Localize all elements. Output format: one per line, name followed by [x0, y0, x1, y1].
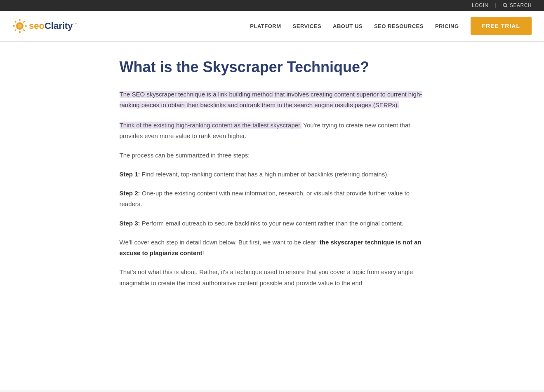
article-content: What is the Skyscraper Technique? The SE… — [107, 42, 437, 322]
free-trial-button[interactable]: FREE TRIAL — [471, 17, 532, 35]
nav-link-seo-resources[interactable]: SEO RESOURCES — [374, 23, 424, 29]
svg-rect-8 — [25, 26, 27, 27]
logo[interactable]: seoClarity™ — [12, 19, 77, 33]
svg-rect-11 — [14, 29, 17, 31]
svg-point-0 — [503, 3, 506, 7]
para-last: That's not what this is about. Rather, i… — [120, 267, 425, 289]
step1-para: Step 1: Find relevant, top-ranking conte… — [120, 169, 425, 180]
step1-label: Step 1: — [120, 171, 140, 178]
svg-rect-10 — [19, 31, 21, 33]
intro-highlighted: The SEO skyscraper technique is a link b… — [120, 91, 422, 108]
logo-seo: seo — [29, 21, 45, 31]
nav-link-services[interactable]: SERVICES — [293, 23, 322, 29]
logo-tm: ™ — [73, 22, 77, 26]
svg-rect-12 — [13, 26, 15, 27]
article-para-2: Think of the existing high-ranking conte… — [120, 120, 425, 142]
search-icon — [503, 3, 508, 8]
para-clear-start: We'll cover each step in detail down bel… — [120, 239, 320, 246]
divider: | — [495, 2, 496, 8]
search-label: SEARCH — [510, 2, 532, 8]
step3-label: Step 3: — [120, 220, 140, 227]
login-link[interactable]: LOGIN — [472, 2, 488, 8]
svg-point-14 — [18, 24, 22, 28]
step1-text: Find relevant, top-ranking content that … — [140, 171, 389, 178]
svg-line-1 — [506, 6, 507, 7]
article-intro: The SEO skyscraper technique is a link b… — [120, 89, 425, 110]
search-link[interactable]: SEARCH — [503, 2, 532, 8]
nav-link-platform[interactable]: PLATFORM — [250, 23, 281, 29]
para2-highlighted: Think of the existing high-ranking conte… — [120, 122, 302, 129]
nav-link-about-us[interactable]: ABOUT US — [333, 23, 363, 29]
step3-para: Step 3: Perform email outreach to secure… — [120, 218, 425, 229]
top-bar: LOGIN | SEARCH — [0, 0, 544, 11]
svg-rect-7 — [23, 21, 25, 23]
article-title: What is the Skyscraper Technique? — [120, 58, 425, 76]
content-wrapper: What is the Skyscraper Technique? The SE… — [0, 42, 544, 390]
para-clear: We'll cover each step in detail down bel… — [120, 237, 425, 259]
step3-text: Perform email outreach to secure backlin… — [140, 220, 404, 227]
navbar: seoClarity™ PLATFORM SERVICES ABOUT US S… — [0, 11, 544, 42]
logo-icon — [12, 19, 27, 33]
logo-clarity: Clarity — [45, 21, 73, 31]
nav-links: PLATFORM SERVICES ABOUT US SEO RESOURCES… — [250, 23, 459, 29]
step2-label: Step 2: — [120, 190, 140, 197]
svg-rect-13 — [14, 21, 17, 23]
step2-para: Step 2: One-up the existing content with… — [120, 188, 425, 210]
process-text: The process can be summarized in three s… — [120, 150, 425, 161]
para-clear-end: ! — [202, 249, 204, 256]
logo-text: seoClarity™ — [29, 21, 77, 31]
step2-text: One-up the existing content with new inf… — [120, 190, 410, 207]
svg-rect-3 — [19, 19, 21, 21]
nav-link-pricing[interactable]: PRICING — [435, 23, 459, 29]
svg-rect-9 — [23, 29, 25, 31]
